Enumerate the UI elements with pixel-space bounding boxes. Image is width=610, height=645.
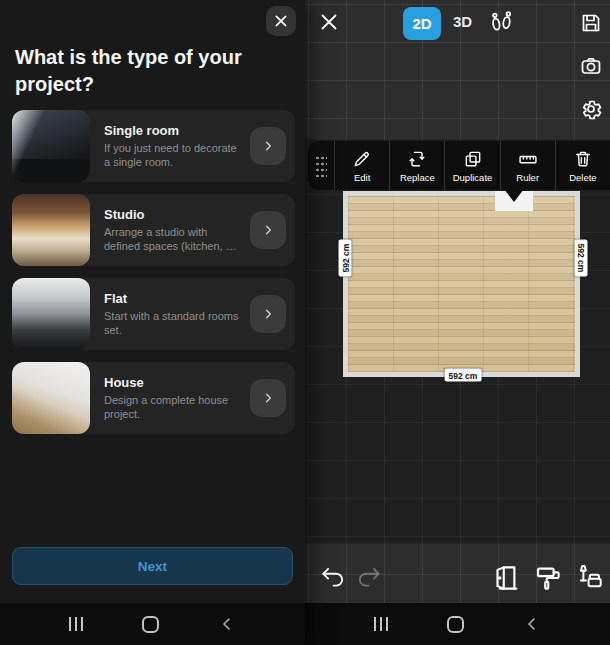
chevron-right-button[interactable] bbox=[250, 211, 286, 249]
pencil-icon bbox=[352, 149, 372, 169]
dimension-label-left: 592 cm bbox=[339, 240, 352, 277]
option-title: Flat bbox=[104, 291, 244, 306]
view-3d-button[interactable]: 3D bbox=[453, 13, 472, 30]
furniture-icon[interactable] bbox=[573, 563, 603, 591]
option-title: House bbox=[104, 375, 244, 390]
close-button[interactable] bbox=[266, 6, 296, 36]
ruler-button[interactable]: Ruler bbox=[500, 141, 555, 190]
context-toolbar: Edit Replace Duplicate bbox=[308, 141, 610, 190]
option-description: Start with a standard rooms set. bbox=[104, 309, 244, 338]
footsteps-icon[interactable] bbox=[488, 9, 515, 35]
camera-icon[interactable] bbox=[579, 54, 603, 78]
page-title: What is the type of your project? bbox=[15, 44, 287, 97]
dimension-label-bottom: 592 cm bbox=[445, 369, 482, 382]
edit-button-label: Edit bbox=[354, 172, 370, 183]
app-screen: 2D 3D bbox=[0, 0, 610, 645]
option-description: If you just need to decorate a single ro… bbox=[104, 141, 244, 170]
duplicate-button-label: Duplicate bbox=[453, 172, 493, 183]
duplicate-button[interactable]: Duplicate bbox=[444, 141, 499, 190]
chevron-right-icon bbox=[261, 307, 275, 321]
chevron-right-icon bbox=[261, 391, 275, 405]
view-2d-button[interactable]: 2D bbox=[403, 7, 441, 40]
option-house[interactable]: House Design a complete house project. bbox=[12, 362, 295, 434]
option-description: Arrange a studio with defined spaces (ki… bbox=[104, 225, 244, 254]
house-thumbnail bbox=[12, 362, 90, 434]
option-description: Design a complete house project. bbox=[104, 393, 244, 422]
android-nav-bar-right bbox=[305, 603, 610, 645]
home-icon[interactable] bbox=[142, 616, 159, 633]
close-icon bbox=[273, 13, 289, 29]
toolbar-pointer bbox=[504, 189, 524, 202]
studio-thumbnail bbox=[12, 194, 90, 266]
editor-close-icon[interactable] bbox=[316, 9, 342, 35]
flat-thumbnail bbox=[12, 278, 90, 350]
save-icon[interactable] bbox=[579, 11, 603, 35]
redo-icon[interactable] bbox=[355, 565, 383, 589]
option-title: Studio bbox=[104, 207, 244, 222]
door-tool-icon[interactable] bbox=[490, 563, 520, 593]
settings-icon[interactable] bbox=[579, 97, 603, 121]
home-icon[interactable] bbox=[447, 616, 464, 633]
delete-button-label: Delete bbox=[569, 172, 596, 183]
project-type-modal: What is the type of your project? Single… bbox=[0, 0, 305, 645]
plan-canvas[interactable]: 2D 3D bbox=[305, 0, 610, 603]
duplicate-icon bbox=[463, 149, 483, 169]
back-icon[interactable] bbox=[523, 615, 541, 633]
chevron-right-button[interactable] bbox=[250, 379, 286, 417]
single-room-thumbnail bbox=[12, 110, 90, 182]
chevron-right-icon bbox=[261, 139, 275, 153]
undo-icon[interactable] bbox=[319, 565, 347, 589]
chevron-right-button[interactable] bbox=[250, 295, 286, 333]
next-button[interactable]: Next bbox=[12, 547, 293, 585]
ruler-icon bbox=[518, 149, 538, 169]
ruler-button-label: Ruler bbox=[516, 172, 539, 183]
replace-button-label: Replace bbox=[400, 172, 435, 183]
drag-handle-dots-icon bbox=[315, 155, 327, 177]
plan-editor-panel: 2D 3D bbox=[305, 0, 610, 645]
replace-button[interactable]: Replace bbox=[389, 141, 444, 190]
option-studio[interactable]: Studio Arrange a studio with defined spa… bbox=[12, 194, 295, 266]
option-flat[interactable]: Flat Start with a standard rooms set. bbox=[12, 278, 295, 350]
android-nav-bar-left bbox=[0, 603, 305, 645]
chevron-right-icon bbox=[261, 223, 275, 237]
option-title: Single room bbox=[104, 123, 244, 138]
room-floor[interactable] bbox=[343, 191, 580, 377]
edit-button[interactable]: Edit bbox=[334, 141, 389, 190]
delete-button[interactable]: Delete bbox=[555, 141, 610, 190]
back-icon[interactable] bbox=[218, 615, 236, 633]
trash-icon bbox=[573, 149, 593, 169]
dimension-label-right: 592 cm bbox=[575, 240, 588, 277]
drag-handle[interactable] bbox=[308, 141, 334, 190]
option-single-room[interactable]: Single room If you just need to decorate… bbox=[12, 110, 295, 182]
chevron-right-button[interactable] bbox=[250, 127, 286, 165]
recents-icon[interactable] bbox=[374, 617, 388, 631]
paint-roller-icon[interactable] bbox=[533, 563, 563, 593]
recents-icon[interactable] bbox=[69, 617, 83, 631]
replace-icon bbox=[407, 149, 427, 169]
